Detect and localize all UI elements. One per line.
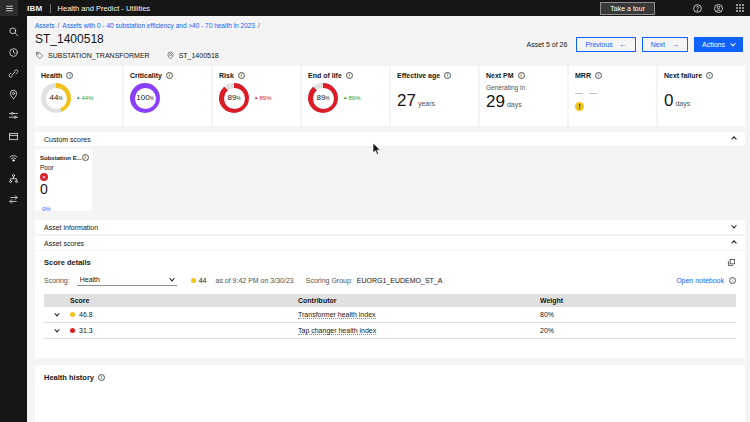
breadcrumb-separator: / [258, 22, 260, 29]
scoring-group-value: EUORG1_EUDEMO_ST_A [357, 277, 443, 284]
custom-score-value: 0 [40, 182, 48, 197]
main-area: Assets/Assets with 0 - 40 substation eff… [27, 16, 750, 422]
kpi-title: Effective age [397, 72, 440, 79]
info-icon[interactable]: i [518, 72, 525, 79]
info-icon[interactable]: i [98, 374, 105, 381]
help-icon[interactable] [687, 0, 708, 16]
kpi-title: Risk [219, 72, 234, 79]
kpi-unit: days [507, 101, 522, 108]
kpi-card-criticality: Criticalityi100% [124, 66, 211, 126]
section-health-history: Health history i [35, 365, 745, 422]
score-value: 46.8 [79, 311, 93, 318]
chevron-down-icon [169, 275, 175, 281]
info-icon[interactable]: i [238, 72, 245, 79]
next-button[interactable]: Next→ [642, 37, 688, 52]
app-switcher-icon[interactable] [729, 0, 750, 16]
trend-indicator: ▲89% [343, 95, 360, 101]
weight-value: 80% [536, 311, 736, 318]
info-icon[interactable]: i [346, 72, 353, 79]
kpi-card-health: Healthi44%▲44% [35, 66, 122, 126]
sidebar-location-icon[interactable] [4, 88, 23, 101]
chevron-up-icon [731, 240, 737, 246]
ibm-logo: IBM [27, 4, 43, 13]
donut-gauge: 89% [308, 83, 338, 113]
section-asset-scores[interactable]: Asset scores [35, 236, 745, 250]
arrow-right-icon: → [671, 41, 679, 49]
table-row: 31.3Tap changer health index20% [44, 323, 736, 339]
info-icon[interactable]: i [444, 72, 451, 79]
section-asset-information[interactable]: Asset information [35, 220, 745, 234]
info-icon[interactable]: i [729, 277, 736, 284]
left-nav-sidebar [0, 16, 27, 422]
kpi-title: Next failure [664, 72, 702, 79]
sidebar-hierarchy-icon[interactable] [4, 172, 23, 185]
kpi-title: Criticality [130, 72, 162, 79]
custom-score-card: Substation E... i Poor × 0 0% [35, 149, 92, 211]
donut-value: 89 [228, 94, 237, 102]
error-x-icon: × [40, 173, 48, 181]
score-as-of: as of 9:42 PM on 3/30/23 [215, 277, 293, 284]
score-details-title: Score details [44, 258, 91, 267]
kpi-card-end-of-life: End of lifei89%▲89% [302, 66, 389, 126]
open-notebook-link[interactable]: Open notebook [676, 277, 724, 284]
breadcrumb-separator: / [58, 22, 60, 29]
breadcrumb-link[interactable]: Assets with 0 - 40 substation efficiency… [62, 22, 255, 29]
row-expand-button[interactable] [44, 313, 66, 317]
donut-gauge: 100% [130, 83, 160, 113]
info-icon[interactable]: i [166, 72, 173, 79]
current-score-value: 44 [199, 277, 207, 284]
hamburger-menu-icon[interactable] [0, 0, 18, 16]
info-icon[interactable]: i [66, 72, 73, 79]
section-custom-scores[interactable]: Custom scores [35, 132, 745, 146]
sidebar-search-icon[interactable] [4, 25, 23, 38]
trend-indicator: ▲44% [76, 95, 93, 101]
breadcrumb-link[interactable]: Assets [35, 22, 55, 29]
scoring-dropdown[interactable]: Health [77, 274, 177, 286]
donut-value: 44 [50, 94, 59, 102]
previous-button[interactable]: Previous← [576, 37, 635, 52]
contributor-link[interactable]: Tap changer health index [298, 327, 376, 335]
sidebar-swap-icon[interactable] [4, 193, 23, 206]
asset-pagination-label: Asset 5 of 26 [527, 41, 568, 48]
weight-value: 20% [536, 327, 736, 334]
donut-unit: % [58, 97, 62, 102]
custom-score-title: Substation E... [40, 155, 82, 161]
kpi-empty-value: — — [575, 88, 650, 97]
donut-value: 100 [136, 94, 149, 102]
arrow-left-icon: ← [619, 41, 627, 49]
kpi-title: Health [41, 72, 62, 79]
trend-up-icon: ▲ [343, 96, 347, 101]
row-expand-button[interactable] [44, 329, 66, 333]
score-details-panel: Score details Scoring: Health 44 as of 9… [35, 250, 745, 358]
trend-up-icon: ▲ [76, 96, 80, 101]
kpi-value: 27 [397, 92, 416, 109]
actions-button[interactable]: Actions [694, 37, 743, 52]
chevron-up-icon [731, 136, 737, 142]
score-table: Score Contributor Weight 46.8Transformer… [44, 294, 736, 339]
column-weight: Weight [536, 297, 736, 304]
breadcrumb: Assets/Assets with 0 - 40 substation eff… [35, 22, 745, 29]
popup-icon[interactable] [727, 258, 736, 267]
kpi-cards-row: Healthi44%▲44%Criticalityi100%Riski89%▲8… [35, 66, 745, 126]
column-contributor: Contributor [294, 297, 536, 304]
sidebar-recent-icon[interactable] [4, 46, 23, 59]
info-icon[interactable]: i [595, 72, 602, 79]
header-controls: Asset 5 of 26 Previous← Next→ Actions [527, 37, 743, 52]
kpi-unit: years [418, 100, 435, 107]
scoring-group-label: Scoring Group: [306, 277, 353, 284]
warning-icon: ! [575, 102, 584, 111]
take-a-tour-button[interactable]: Take a tour [600, 2, 655, 15]
sidebar-signal-icon[interactable] [4, 151, 23, 164]
asset-meta-row: SUBSTATION_TRANSFORMER ST_1400518 [35, 51, 745, 60]
user-avatar-icon[interactable] [708, 0, 729, 16]
sidebar-link-icon[interactable] [4, 67, 23, 80]
kpi-card-next-failure: Next failurei0days [658, 66, 745, 126]
contributor-link[interactable]: Transformer health index [298, 311, 376, 319]
score-value: 31.3 [79, 327, 93, 334]
info-icon[interactable]: i [82, 154, 89, 161]
sidebar-assets-icon[interactable] [4, 130, 23, 143]
sidebar-filter-icon[interactable] [4, 109, 23, 122]
kpi-subtitle: Generating in [486, 84, 561, 91]
info-icon[interactable]: i [706, 72, 713, 79]
app-title: Health and Predict - Utilities [58, 4, 151, 13]
